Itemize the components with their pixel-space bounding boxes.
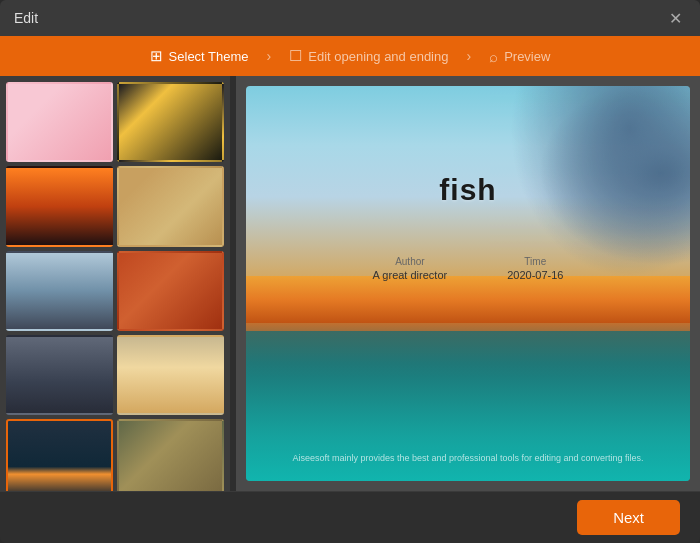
step-select-theme-label: Select Theme (169, 49, 249, 64)
step-separator-2: › (464, 48, 473, 64)
step-preview[interactable]: ⌕ Preview (473, 48, 566, 65)
bottom-bar: Next (0, 491, 700, 543)
step-bar: ⊞ Select Theme › ☐ Edit opening and endi… (0, 36, 700, 76)
meta-author: Author A great director (373, 256, 448, 281)
author-label: Author (395, 256, 424, 267)
preview-title: fish (246, 173, 690, 207)
edit-opening-icon: ☐ (289, 47, 302, 65)
thumb-item-5[interactable] (6, 251, 113, 331)
thumb-item-10[interactable] (117, 419, 224, 491)
step-separator-1: › (265, 48, 274, 64)
thumb-item-2[interactable] (117, 82, 224, 162)
preview-meta: Author A great director Time 2020-07-16 (246, 256, 690, 281)
thumb-item-3[interactable] (6, 166, 113, 246)
thumb-item-6[interactable] (117, 251, 224, 331)
title-bar: Edit ✕ (0, 0, 700, 36)
time-label: Time (524, 256, 546, 267)
meta-time: Time 2020-07-16 (507, 256, 563, 281)
preview-area: fish Author A great director Time 2020-0… (236, 76, 700, 491)
theme-sidebar: ⬇⬇ (0, 76, 230, 491)
preview-footer-text: Aiseesoft mainly provides the best and p… (246, 453, 690, 463)
preview-card: fish Author A great director Time 2020-0… (246, 86, 690, 481)
time-value: 2020-07-16 (507, 269, 563, 281)
edit-window: Edit ✕ ⊞ Select Theme › ☐ Edit opening a… (0, 0, 700, 543)
step-select-theme[interactable]: ⊞ Select Theme (134, 47, 265, 65)
step-edit-opening-label: Edit opening and ending (308, 49, 448, 64)
select-theme-icon: ⊞ (150, 47, 163, 65)
close-button[interactable]: ✕ (664, 7, 686, 29)
thumb-item-9[interactable] (6, 419, 113, 491)
thumb-item-8[interactable] (117, 335, 224, 415)
main-content: ⬇⬇ fish Author A great director Time (0, 76, 700, 491)
step-edit-opening[interactable]: ☐ Edit opening and ending (273, 47, 464, 65)
step-preview-label: Preview (504, 49, 550, 64)
thumb-item-4[interactable] (117, 166, 224, 246)
author-value: A great director (373, 269, 448, 281)
thumb-item-1[interactable] (6, 82, 113, 162)
thumb-item-7[interactable] (6, 335, 113, 415)
window-title: Edit (14, 10, 38, 26)
preview-icon: ⌕ (489, 48, 498, 65)
preview-horizon-glow (246, 276, 690, 323)
thumb-grid: ⬇⬇ (6, 82, 224, 491)
next-button[interactable]: Next (577, 500, 680, 535)
